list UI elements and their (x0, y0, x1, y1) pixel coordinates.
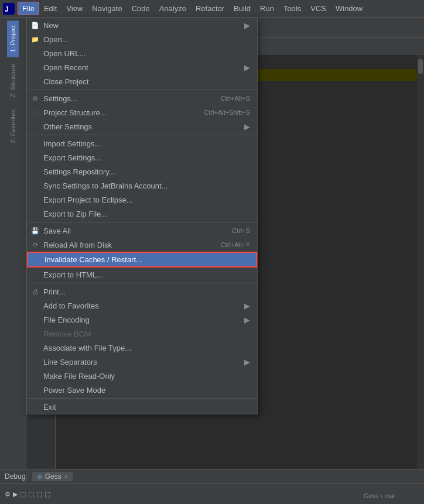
menu-item-import-settings[interactable]: Import Settings... (27, 136, 257, 150)
breadcrumb-main: mai (384, 492, 395, 499)
line-separators-arrow-icon: ▶ (244, 358, 250, 366)
sidebar-tab-structure[interactable]: Z: Structure (7, 59, 19, 102)
menu-run[interactable]: Run (255, 2, 279, 15)
menu-navigate[interactable]: Navigate (87, 2, 126, 15)
status-icon-5[interactable]: ⬚ (36, 491, 42, 498)
open-recent-arrow-icon: ▶ (244, 63, 250, 72)
menu-item-close-project[interactable]: Close Project (27, 74, 257, 88)
debug-label: Debug: (5, 472, 28, 481)
menu-item-invalidate-caches[interactable]: Invalidate Caches / Restart... (27, 252, 257, 268)
status-icon-3[interactable]: ⬚ (20, 491, 26, 498)
new-icon: 📄 (30, 20, 40, 30)
breadcrumb-gess: Gess (364, 492, 379, 499)
settings-icon: ⚙ (30, 94, 40, 103)
bottom-bar: Debug: ⚙ Gess × ⚙ ▶ ⬚ ⬚ ⬚ ⬚ Gess › mai (0, 469, 424, 504)
other-settings-arrow-icon: ▶ (244, 122, 250, 131)
sidebar-tab-project[interactable]: 1: Project (7, 20, 19, 57)
menu-item-open-url[interactable]: Open URL... (27, 46, 257, 60)
file-encoding-arrow-icon: ▶ (244, 316, 250, 324)
menu-item-other-settings[interactable]: Other Settings ▶ (27, 119, 257, 133)
divider-2 (27, 135, 257, 135)
sidebar-tab-favorites[interactable]: 2: Favorites (7, 105, 19, 148)
new-arrow-icon: ▶ (244, 21, 250, 30)
debug-tab-close[interactable]: × (64, 474, 68, 480)
breadcrumb-separator: › (381, 492, 383, 499)
menu-build[interactable]: Build (229, 2, 255, 15)
menu-vcs[interactable]: VCS (306, 2, 331, 15)
status-bar: ⚙ ▶ ⬚ ⬚ ⬚ ⬚ (0, 484, 424, 504)
reload-icon: ⟳ (30, 240, 40, 249)
status-icon-1[interactable]: ⚙ (5, 491, 11, 498)
menu-edit[interactable]: Edit (39, 2, 61, 15)
file-dropdown: 📄 New ▶ 📁 Open... Open URL... Open Recen… (26, 18, 258, 414)
scrollbar-thumb (418, 59, 423, 74)
menu-item-add-favorites[interactable]: Add to Favorites ▶ (27, 299, 257, 313)
status-icon-2[interactable]: ▶ (13, 491, 18, 498)
menu-item-exit[interactable]: Exit (27, 400, 257, 414)
menu-item-open-recent[interactable]: Open Recent ▶ (27, 60, 257, 74)
divider-4 (27, 283, 257, 283)
menu-code[interactable]: Code (127, 2, 155, 15)
debug-bar: Debug: ⚙ Gess × (0, 469, 424, 484)
menu-item-remove-bom: Remove BOM (27, 327, 257, 341)
menu-item-project-structure[interactable]: ⬚ Project Structure... Ctrl+Alt+Shift+S (27, 105, 257, 119)
add-favorites-arrow-icon: ▶ (244, 301, 250, 310)
debug-tab-icon: ⚙ (37, 474, 42, 480)
menu-analyze[interactable]: Analyze (155, 2, 191, 15)
menu-item-settings[interactable]: ⚙ Settings... Ctrl+Alt+S (27, 91, 257, 105)
menu-item-export-zip[interactable]: Export to Zip File... (27, 207, 257, 221)
menu-item-associate-file-type[interactable]: Associate with File Type... (27, 341, 257, 355)
menu-item-open[interactable]: 📁 Open... (27, 32, 257, 46)
menu-file[interactable]: File (18, 2, 39, 15)
project-structure-icon: ⬚ (30, 108, 40, 117)
left-sidebar: 1: Project Z: Structure 2: Favorites (0, 18, 26, 469)
menu-item-new[interactable]: 📄 New ▶ (27, 18, 257, 32)
menu-window[interactable]: Window (331, 2, 367, 15)
menu-item-sync-jetbrains[interactable]: Sync Settings to JetBrains Account... (27, 179, 257, 193)
menu-refactor[interactable]: Refactor (191, 2, 229, 15)
vertical-scrollbar[interactable] (417, 54, 424, 469)
debug-tab-label: Gess (45, 472, 61, 481)
menu-item-line-separators[interactable]: Line Separators ▶ (27, 355, 257, 369)
menu-item-reload-all[interactable]: ⟳ Reload All from Disk Ctrl+Alt+Y (27, 238, 257, 252)
app-logo: J (2, 2, 15, 15)
menu-item-save-all[interactable]: 💾 Save All Ctrl+S (27, 224, 257, 238)
debug-tab[interactable]: ⚙ Gess × (32, 472, 73, 481)
menu-bar: J File Edit View Navigate Code Analyze R… (0, 0, 424, 18)
menu-item-settings-repository[interactable]: Settings Repository... (27, 164, 257, 179)
breadcrumb: Gess › mai (364, 492, 395, 499)
divider-5 (27, 398, 257, 399)
status-icon-4[interactable]: ⬚ (28, 491, 34, 498)
svg-text:J: J (5, 5, 9, 13)
menu-item-print[interactable]: 🖨 Print... (27, 284, 257, 299)
print-icon: 🖨 (30, 287, 40, 296)
menu-view[interactable]: View (61, 2, 87, 15)
menu-item-power-save[interactable]: Power Save Mode (27, 383, 257, 397)
save-icon: 💾 (30, 226, 40, 235)
menu-item-export-html[interactable]: Export to HTML... (27, 268, 257, 282)
status-icons: ⚙ ▶ ⬚ ⬚ ⬚ ⬚ (5, 491, 50, 498)
divider-1 (27, 90, 257, 90)
menu-item-export-eclipse[interactable]: Export Project to Eclipse... (27, 193, 257, 207)
open-icon: 📁 (30, 35, 40, 44)
divider-3 (27, 222, 257, 222)
menu-tools[interactable]: Tools (279, 2, 306, 15)
menu-item-file-encoding[interactable]: File Encoding ▶ (27, 313, 257, 327)
menu-item-export-settings[interactable]: Export Settings... (27, 150, 257, 164)
menu-item-make-read-only[interactable]: Make File Read-Only (27, 369, 257, 383)
status-icon-6[interactable]: ⬚ (45, 491, 50, 498)
